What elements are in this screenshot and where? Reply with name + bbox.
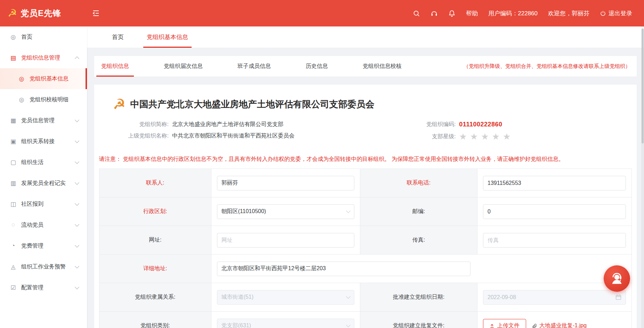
parent-org-value: 中共北京市朝阳区和平街街道和平西苑社区委员会 [172, 132, 295, 140]
sidebar: ◎ 首页 ▤ 党组织信息管理 ◎ 党组织基本信息 ◎ 党组织校核明细 ▦ 党员信… [0, 26, 87, 328]
customer-service-button[interactable] [604, 265, 630, 292]
checkbox-icon: ☑ [10, 284, 17, 291]
website-label: 网址: [99, 226, 211, 255]
brand: ☭ 党员E先锋 [0, 8, 87, 19]
affiliation-label: 党组织隶属关系: [99, 283, 211, 312]
chevron-down-icon [346, 209, 351, 213]
bell-icon[interactable] [448, 10, 456, 17]
subtab-org-info[interactable]: 党组织信息 [99, 56, 131, 77]
upload-icon [490, 323, 494, 328]
sidebar-item-business-warning[interactable]: ◬ 组织工作业务预警 [0, 256, 87, 277]
sub-tab-bar: 党组织信息 党组织届次信息 班子成员信息 历史信息 党组织信息校核 （党组织升降… [94, 56, 637, 77]
sidebar-item-org-check-detail[interactable]: ◎ 党组织校核明细 [0, 89, 87, 110]
headset-person-icon [609, 271, 625, 287]
collapse-sidebar-icon[interactable] [92, 9, 100, 17]
org-title: 中国共产党北京大地盛业房地产土地评估有限公司支部委员会 [130, 98, 375, 110]
card-icon: ▣ [10, 138, 17, 145]
contact-label: 联系人: [99, 169, 211, 197]
vertical-scrollbar[interactable] [641, 26, 644, 328]
subtab-org-term-info[interactable]: 党组织届次信息 [162, 56, 205, 77]
chevron-down-icon [75, 201, 79, 206]
approval-file-label: 党组织建立批复文件: [360, 312, 477, 328]
form-row: 行政区划: 朝阳区(11010500) 邮编: [99, 197, 632, 226]
content-area: 党组织信息 党组织届次信息 班子成员信息 历史信息 党组织信息校核 （党组织升降… [87, 56, 644, 328]
sidebar-item-relation-transfer[interactable]: ▣ 组织关系转接 [0, 131, 87, 152]
home-icon: ◎ [10, 33, 17, 41]
form-row: 党组织类别: 党支部(631) 党组织建立批复文件: [99, 312, 632, 328]
search-icon[interactable] [413, 10, 420, 17]
sidebar-item-develop-member-record[interactable]: ▥ 发展党员全程记实 [0, 173, 87, 194]
upload-file-button[interactable]: 上传文件 [483, 319, 526, 328]
app-header: ☭ 党员E先锋 帮助 用户编码：222860 欢迎您，郭丽芬 退出登录 [0, 0, 644, 26]
chevron-down-icon [75, 118, 79, 122]
help-link[interactable]: 帮助 [466, 9, 478, 17]
address-input[interactable] [217, 261, 470, 276]
headset-icon[interactable] [430, 10, 438, 17]
postcode-input[interactable] [483, 204, 626, 219]
subtab-team-member-info[interactable]: 班子成员信息 [235, 56, 273, 77]
brand-title: 党员E先锋 [21, 8, 61, 19]
website-input[interactable] [217, 233, 355, 248]
tab-home[interactable]: 首页 [108, 26, 127, 48]
chevron-down-icon [75, 243, 79, 248]
coin-icon: ◔ [10, 242, 17, 249]
sidebar-item-org-info-mgmt[interactable]: ▤ 党组织信息管理 [0, 47, 87, 68]
subtab-org-info-check[interactable]: 党组织信息校核 [361, 56, 404, 77]
phone-input[interactable] [483, 176, 626, 190]
chevron-down-icon [75, 139, 79, 143]
approval-date-input[interactable]: 2022-09-08 [483, 290, 626, 305]
logout-icon [600, 10, 606, 16]
page-tab-bar: 首页 党组织基本信息 [87, 26, 644, 48]
phone-label: 联系电话: [360, 169, 477, 197]
sidebar-item-mobile-member[interactable]: ◌ 流动党员 [0, 214, 87, 235]
address-label: 详细地址: [99, 255, 211, 283]
logout-button[interactable]: 退出登录 [600, 9, 632, 17]
subtab-history-info[interactable]: 历史信息 [304, 56, 330, 77]
chevron-up-icon [75, 56, 79, 61]
user-code-text: 用户编码：222860 [488, 9, 538, 17]
star-rating: ★★★★★ [459, 132, 514, 141]
district-label: 行政区划: [99, 197, 211, 226]
header-actions: 帮助 用户编码：222860 欢迎您，郭丽芬 退出登录 [413, 9, 644, 17]
org-category-select[interactable]: 党支部(631) [217, 319, 355, 328]
postcode-label: 邮编: [360, 197, 477, 226]
welcome-text: 欢迎您，郭丽芬 [548, 9, 589, 17]
org-info-form: 联系人: 联系电话: 行政区划: 朝阳区(11010500) [99, 169, 632, 328]
org-code-label: 党组织编码: [414, 121, 456, 128]
tab-org-basic-info[interactable]: 党组织基本信息 [143, 26, 192, 48]
sidebar-item-org-basic-info[interactable]: ◎ 党组织基本信息 [0, 68, 87, 89]
chevron-down-icon [75, 285, 79, 289]
sidebar-item-member-info-mgmt[interactable]: ▦ 党员信息管理 [0, 110, 87, 131]
org-meta: 党组织简称: 北京大地盛业房地产土地评估有限公司党支部 上级党组织名称: 中共北… [113, 117, 632, 145]
form-row: 党组织隶属关系: 城市街道(51) 批准建立党组织日期: 2022-09-08 [99, 283, 632, 312]
org-category-label: 党组织类别: [99, 312, 211, 328]
document-icon: ▤ [10, 54, 17, 62]
org-info-card: ☭ 中国共产党北京大地盛业房地产土地评估有限公司支部委员会 党组织简称: 北京大… [94, 85, 637, 328]
org-short-name-label: 党组织简称: [113, 121, 169, 128]
form-row: 网址: 传真: [99, 226, 632, 255]
grid-icon: ▦ [10, 117, 17, 124]
contact-input[interactable] [217, 176, 355, 190]
sidebar-item-org-life[interactable]: ▢ 组织生活 [0, 152, 87, 173]
chevron-down-icon [75, 159, 79, 164]
subtab-notice: （党组织升降级、党组织合并、党组织基本信息修改请联系上级党组织） [464, 63, 637, 70]
sidebar-item-community-checkin[interactable]: ◫ 社区报到 [0, 194, 87, 214]
notebook-icon: ▥ [10, 180, 17, 187]
app-root: ☭ 党员E先锋 帮助 用户编码：222860 欢迎您，郭丽芬 退出登录 [0, 0, 644, 328]
form-row: 详细地址: [99, 255, 632, 283]
sidebar-item-home[interactable]: ◎ 首页 [0, 26, 87, 47]
org-header: ☭ 中国共产党北京大地盛业房地产土地评估有限公司支部委员会 党组织简称: 北京大… [99, 97, 632, 145]
fax-label: 传真: [360, 226, 477, 255]
calendar-icon [615, 294, 621, 300]
org-short-name-value: 北京大地盛业房地产土地评估有限公司党支部 [172, 121, 283, 128]
sidebar-item-fee-mgmt[interactable]: ◔ 党费管理 [0, 235, 87, 256]
star-rating-label: 支部星级: [414, 133, 456, 140]
dotted-circle-icon: ◌ [10, 221, 17, 228]
fax-input[interactable] [483, 233, 626, 248]
affiliation-select[interactable]: 城市街道(51) [217, 290, 355, 305]
sidebar-item-config-mgmt[interactable]: ☑ 配置管理 [0, 277, 87, 298]
district-select[interactable]: 朝阳区(11010500) [217, 204, 355, 219]
scrollbar-thumb[interactable] [642, 29, 644, 143]
warning-icon: ◬ [10, 263, 17, 271]
attachment-link[interactable]: 大地盛业批复-1.jpg [532, 322, 587, 328]
